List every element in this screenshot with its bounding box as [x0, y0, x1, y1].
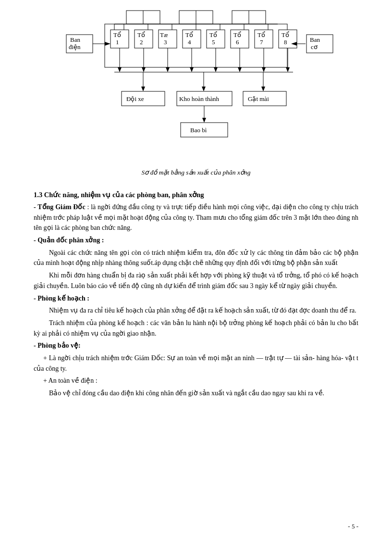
- svg-text:Tổ: Tổ: [233, 31, 241, 38]
- svg-text:cơ: cơ: [311, 43, 318, 50]
- paragraph-quan-doc-label: - Quản đốc phân xởng :: [34, 235, 358, 246]
- paragraph-phong-bao-ve-label: - Phòng bảo vệ:: [34, 340, 358, 351]
- svg-text:Ban: Ban: [310, 36, 320, 43]
- svg-text:Đội xe: Đội xe: [126, 95, 144, 102]
- svg-marker-62: [214, 67, 218, 72]
- paragraph-quandoc-2: Khi mỗi đơn hàng chuẩn bị đa ràọ sản xuấ…: [34, 270, 358, 291]
- svg-text:1: 1: [116, 38, 119, 46]
- paragraph-tgd: - Tổng Giám Đốc : là ngời đứng đầu công …: [34, 202, 358, 233]
- text-content: 1.3 Chức năng, nhiệm vụ của các phòng ba…: [34, 191, 358, 399]
- svg-text:Tổ: Tổ: [137, 31, 145, 38]
- svg-text:6: 6: [236, 38, 239, 46]
- svg-marker-58: [166, 67, 170, 72]
- svg-text:4: 4: [188, 38, 191, 46]
- svg-text:điện: điện: [69, 43, 81, 50]
- svg-marker-60: [190, 67, 194, 72]
- svg-text:Tổ: Tổ: [282, 31, 289, 38]
- svg-text:2: 2: [140, 38, 143, 46]
- svg-marker-68: [286, 67, 290, 72]
- svg-marker-75: [261, 87, 265, 91]
- svg-text:Bao bì: Bao bì: [190, 126, 207, 134]
- paragraph-pbv-3: Bảo vệ chỉ đóng cầu dao điện khi công nh…: [34, 388, 358, 399]
- svg-text:Kho hoàn thành: Kho hoàn thành: [179, 95, 220, 102]
- svg-marker-73: [202, 87, 206, 91]
- paragraph-pkh-2: Trách nhiệm của phòng kế hoạch : các văn…: [34, 318, 358, 339]
- svg-marker-56: [142, 67, 146, 72]
- diagram-caption: Sơ đồ mặt bằng sản xuất của phân xởng: [142, 168, 251, 176]
- section-heading: 1.3 Chức năng, nhiệm vụ của các phòng ba…: [34, 191, 358, 199]
- svg-text:3: 3: [164, 38, 167, 46]
- page: Tổ 1 Tổ 2 Tæ 3 Tổ 4 Tổ 5 Tổ 6 Tổ: [0, 0, 392, 540]
- svg-text:Tổ: Tổ: [113, 31, 121, 38]
- svg-marker-71: [141, 87, 145, 91]
- svg-text:Gặt mài: Gặt mài: [248, 95, 269, 102]
- svg-text:7: 7: [260, 38, 263, 46]
- svg-text:5: 5: [212, 38, 215, 46]
- diagram-area: Tổ 1 Tổ 2 Tæ 3 Tổ 4 Tổ 5 Tổ 6 Tổ: [34, 10, 358, 186]
- page-number: - 5 -: [348, 523, 358, 530]
- paragraph-quandoc-1: Ngoài các chức năng tên gọi còn có trách…: [34, 248, 358, 268]
- paragraph-pbv-2: + An toàn về điện :: [34, 376, 358, 386]
- svg-marker-64: [238, 67, 242, 72]
- paragraph-pkh-1: Nhiệm vụ đa ra chỉ tiêu kế hoạch của phâ…: [34, 305, 358, 316]
- svg-text:Tổ: Tổ: [185, 31, 193, 38]
- svg-marker-54: [118, 67, 122, 72]
- org-chart-svg: Tổ 1 Tổ 2 Tæ 3 Tổ 4 Tổ 5 Tổ 6 Tổ: [37, 10, 355, 163]
- svg-text:8: 8: [284, 38, 287, 46]
- paragraph-phong-ke-hoach-label: - Phòng kế hoạch :: [34, 293, 358, 304]
- svg-text:Tổ: Tổ: [209, 31, 217, 38]
- svg-text:Tæ: Tæ: [160, 31, 168, 38]
- svg-marker-83: [202, 118, 206, 123]
- svg-text:Ban: Ban: [70, 36, 80, 43]
- paragraph-pbv-1: + Là ngời chịu trách nhiệm trớc Giám Đốc…: [34, 353, 358, 374]
- svg-marker-66: [262, 67, 266, 72]
- svg-text:Tổ: Tổ: [257, 31, 265, 38]
